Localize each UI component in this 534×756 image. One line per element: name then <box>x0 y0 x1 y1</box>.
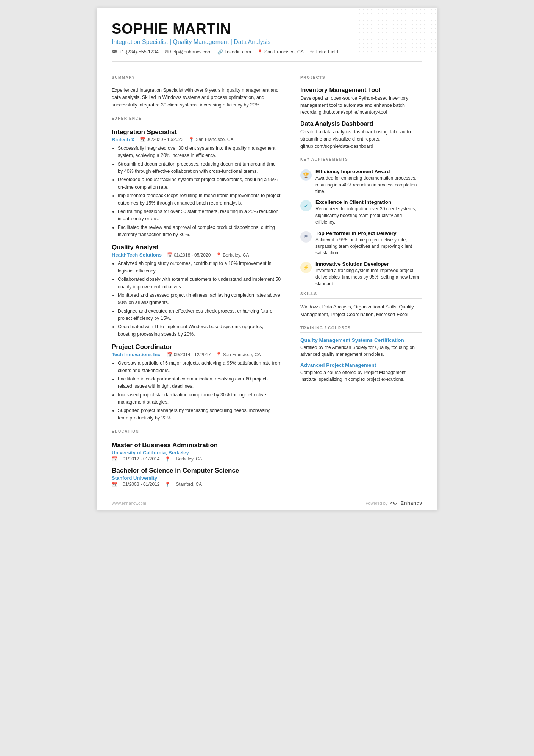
list-item: Led training sessions for over 50 staff … <box>118 208 282 223</box>
powered-by-text: Powered by <box>365 501 387 506</box>
footer-website: www.enhancv.com <box>112 501 146 506</box>
list-item: Monitored and assessed project timelines… <box>118 292 282 307</box>
education-divider <box>112 436 282 436</box>
project-desc-2: Created a data analytics dashboard using… <box>300 128 422 150</box>
summary-divider <box>112 82 282 82</box>
projects-label: PROJECTS <box>300 75 422 80</box>
contact-bar: ☎ +1-(234)-555-1234 ✉ help@enhancv.com 🔗… <box>112 49 422 55</box>
job-date-1: 📅 06/2020 - 10/2023 <box>140 137 183 142</box>
achievements-label: KEY ACHIEVEMENTS <box>300 157 422 161</box>
job-title-1: Integration Specialist <box>112 128 282 136</box>
achievement-content-3: Top Performer in Project Delivery Achiev… <box>315 230 422 257</box>
achievement-desc-2: Recognized for integrating over 30 clien… <box>315 206 422 225</box>
achievement-4: ⚡ Innovative Solution Developer Invented… <box>300 261 422 287</box>
job-date-3: 📅 09/2014 - 12/2017 <box>167 352 211 357</box>
body-columns: SUMMARY Experienced Integration Speciali… <box>97 62 437 496</box>
company-3: Tech Innovations Inc. <box>112 352 162 357</box>
header-section: SOPHIE MARTIN Integration Specialist | Q… <box>97 8 437 61</box>
contact-phone: ☎ +1-(234)-555-1234 <box>112 49 159 55</box>
summary-text: Experienced Integration Specialist with … <box>112 87 282 109</box>
list-item: Implemented feedback loops resulting in … <box>118 192 282 207</box>
pin-icon-3: 📍 <box>216 352 222 357</box>
calendar-icon-3: 📅 <box>167 352 173 357</box>
job-meta-2: HealthTech Solutions 📅 01/2018 - 05/2020… <box>112 252 282 258</box>
list-item: Facilitated the review and approval of c… <box>118 224 282 239</box>
edu-degree-2: Bachelor of Science in Computer Science <box>112 467 282 474</box>
email-value: help@enhancv.com <box>170 49 212 55</box>
linkedin-value: linkedin.com <box>225 49 251 55</box>
achievement-desc-1: Awarded for enhancing documentation proc… <box>315 175 422 195</box>
achievement-2: ✔ Excellence in Client Integration Recog… <box>300 199 422 225</box>
left-column: SUMMARY Experienced Integration Speciali… <box>97 62 291 496</box>
edu-pin-1: 📍 <box>165 456 170 462</box>
education-label: EDUCATION <box>112 429 282 434</box>
list-item: Streamlined documentation processes, red… <box>118 161 282 175</box>
star-icon: ☆ <box>310 49 314 55</box>
training-title-2: Advanced Project Management <box>300 362 422 368</box>
skills-divider <box>300 298 422 299</box>
company-2: HealthTech Solutions <box>112 252 162 258</box>
extra-value: Extra Field <box>315 49 338 55</box>
achievement-icon-1: 🏆 <box>300 169 312 181</box>
skills-text: Windows, Data Analysis, Organizational S… <box>300 303 422 318</box>
training-divider <box>300 332 422 333</box>
pin-icon-1: 📍 <box>189 137 194 142</box>
list-item: Oversaw a portfolio of 5 major projects,… <box>118 360 282 374</box>
training-desc-1: Certified by the American Society for Qu… <box>300 344 422 358</box>
summary-label: SUMMARY <box>112 75 282 80</box>
job-meta-1: Biotech X 📅 06/2020 - 10/2023 📍 San Fran… <box>112 137 282 142</box>
job-location-1: 📍 San Francisco, CA <box>189 137 233 142</box>
candidate-name: SOPHIE MARTIN <box>112 21 422 37</box>
experience-label: EXPERIENCE <box>112 116 282 121</box>
list-item: Collaborated closely with external custo… <box>118 276 282 291</box>
contact-extra: ☆ Extra Field <box>310 49 338 55</box>
job-bullets-1: Successfully integrated over 30 client s… <box>112 145 282 239</box>
phone-icon: ☎ <box>112 49 117 55</box>
job-title-2: Quality Analyst <box>112 244 282 251</box>
training-label: TRAINING / COURSES <box>300 326 422 330</box>
company-1: Biotech X <box>112 137 134 142</box>
achievement-title-4: Innovative Solution Developer <box>315 261 422 267</box>
list-item: Supported project managers by forecastin… <box>118 407 282 422</box>
job-bullets-3: Oversaw a portfolio of 5 major projects,… <box>112 360 282 422</box>
edu-school-2: Stanford University <box>112 475 282 481</box>
project-title-1: Inventory Management Tool <box>300 87 422 94</box>
achievement-icon-2: ✔ <box>300 200 312 211</box>
edu-pin-2: 📍 <box>165 482 170 487</box>
achievement-content-1: Efficiency Improvement Award Awarded for… <box>315 169 422 195</box>
list-item: Facilitated inter-departmental communica… <box>118 376 282 390</box>
project-title-2: Data Analysis Dashboard <box>300 121 422 127</box>
phone-value: +1-(234)-555-1234 <box>119 49 159 55</box>
list-item: Developed a robust tracking system for p… <box>118 176 282 191</box>
training-title-1: Quality Management Systems Certification <box>300 337 422 343</box>
achievement-title-1: Efficiency Improvement Award <box>315 169 422 174</box>
resume-wrapper: SOPHIE MARTIN Integration Specialist | Q… <box>97 8 437 510</box>
edu-school-1: University of California, Berkeley <box>112 450 282 455</box>
list-item: Analyzed shipping study outcomes, contri… <box>118 260 282 275</box>
achievement-title-3: Top Performer in Project Delivery <box>315 230 422 236</box>
achievement-desc-3: Achieved a 95% on-time project delivery … <box>315 237 422 257</box>
edu-calendar-1: 📅 <box>112 456 117 462</box>
list-item: Coordinated with IT to implement Windows… <box>118 323 282 338</box>
achievement-icon-3: ⚑ <box>300 231 312 243</box>
edu-meta-2: 📅 01/2008 - 01/2012 📍 Stanford, CA <box>112 482 282 487</box>
list-item: Increased project standardization compli… <box>118 391 282 406</box>
candidate-title: Integration Specialist | Quality Managem… <box>112 39 422 45</box>
achievement-1: 🏆 Efficiency Improvement Award Awarded f… <box>300 169 422 195</box>
job-date-2: 📅 01/2018 - 05/2020 <box>167 252 211 258</box>
footer-brand: Powered by Enhancv <box>365 500 422 506</box>
edu-meta-1: 📅 01/2012 - 01/2014 📍 Berkeley, CA <box>112 456 282 462</box>
project-desc-1: Developed an open-source Python-based in… <box>300 95 422 116</box>
email-icon: ✉ <box>165 49 169 55</box>
location-value: San Francisco, CA <box>264 49 304 55</box>
calendar-icon-1: 📅 <box>140 137 145 142</box>
job-location-2: 📍 Berkeley, CA <box>216 252 249 258</box>
achievement-icon-4: ⚡ <box>300 262 312 273</box>
location-icon: 📍 <box>257 49 263 55</box>
achievements-divider <box>300 164 422 164</box>
achievement-content-2: Excellence in Client Integration Recogni… <box>315 199 422 225</box>
job-bullets-2: Analyzed shipping study outcomes, contri… <box>112 260 282 338</box>
projects-divider <box>300 82 422 82</box>
footer: www.enhancv.com Powered by Enhancv <box>97 496 437 510</box>
enhancv-brand-name: Enhancv <box>400 500 422 506</box>
